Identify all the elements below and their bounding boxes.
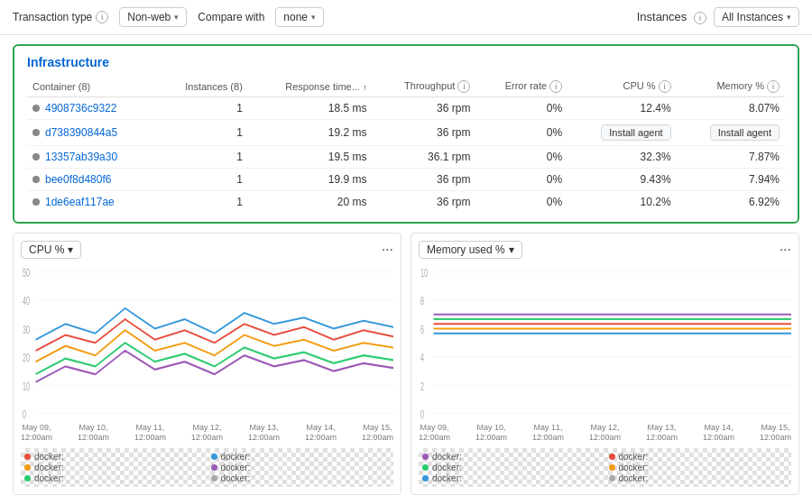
memory-chart-legend: docker: docker: docker: docker: xyxy=(419,448,791,487)
svg-text:0: 0 xyxy=(23,408,26,420)
legend-color-dot xyxy=(422,475,429,481)
memory-cell: 8.07% xyxy=(677,97,785,120)
legend-color-dot xyxy=(211,475,217,481)
memory-chart-svg: 10 8 6 4 2 0 xyxy=(419,264,791,421)
memory-chart-panel: Memory used % ▾ ··· 10 8 6 4 2 0 xyxy=(411,233,799,495)
transaction-type-info-icon[interactable]: i xyxy=(96,11,108,23)
container-column-header: Container (8) xyxy=(27,77,156,97)
memory-chart-area: 10 8 6 4 2 0 xyxy=(419,264,791,421)
chevron-down-icon: ▾ xyxy=(787,13,791,22)
non-web-dropdown[interactable]: Non-web ▾ xyxy=(119,7,187,27)
container-name-cell: d738390844a5 xyxy=(27,120,156,146)
response-time-cell: 19.2 ms xyxy=(248,120,373,146)
compare-with-dropdown[interactable]: none ▾ xyxy=(275,7,324,27)
svg-text:2: 2 xyxy=(420,380,424,392)
error-rate-cell: 0% xyxy=(475,191,567,214)
throughput-cell: 36 rpm xyxy=(372,97,475,120)
response-time-cell: 20 ms xyxy=(248,191,373,214)
cpu-column-header: CPU % i xyxy=(567,77,676,97)
throughput-info-icon[interactable]: i xyxy=(457,80,470,93)
cpu-cell: 10.2% xyxy=(567,191,676,214)
legend-item: docker: xyxy=(609,463,789,472)
legend-item: docker: xyxy=(422,473,602,483)
install-agent-memory-button[interactable]: Install agent xyxy=(710,124,780,141)
transaction-type-label: Transaction type i xyxy=(13,11,108,23)
container-link[interactable]: 1de6eaf117ae xyxy=(32,196,151,208)
cpu-chart-area: 50 40 30 20 10 0 xyxy=(21,264,393,421)
instances-cell: 1 xyxy=(156,97,248,120)
error-rate-cell: 0% xyxy=(475,169,567,191)
svg-text:8: 8 xyxy=(420,295,424,307)
response-time-column-header: Response time... ↑ xyxy=(248,77,373,97)
legend-color-dot xyxy=(24,475,31,481)
table-row: 13357ab39a30 119.5 ms36.1 rpm0%32.3%7.87… xyxy=(27,146,785,169)
throughput-column-header: Throughput i xyxy=(372,77,475,97)
chevron-down-icon: ▾ xyxy=(509,243,514,256)
legend-color-dot xyxy=(24,464,31,471)
chevron-down-icon: ▾ xyxy=(68,243,73,256)
cpu-chart-header: CPU % ▾ ··· xyxy=(21,241,393,259)
cpu-cell: 32.3% xyxy=(567,146,676,169)
cpu-chart-legend: docker: docker: docker: docker: xyxy=(21,448,393,487)
status-dot xyxy=(32,129,40,136)
memory-cell: 7.94% xyxy=(677,169,785,191)
container-link[interactable]: 13357ab39a30 xyxy=(32,151,151,163)
memory-column-header: Memory % i xyxy=(677,77,785,97)
response-time-cell: 19.9 ms xyxy=(248,169,373,191)
svg-text:20: 20 xyxy=(23,352,30,363)
legend-item: docker: xyxy=(422,452,602,462)
memory-info-icon[interactable]: i xyxy=(767,80,780,93)
response-time-cell: 18.5 ms xyxy=(248,97,373,120)
instances-cell: 1 xyxy=(156,169,248,191)
legend-color-dot xyxy=(211,464,217,471)
throughput-cell: 36.1 rpm xyxy=(372,146,475,169)
infrastructure-title: Infrastructure xyxy=(27,55,785,69)
memory-cell: 6.92% xyxy=(677,191,785,214)
cpu-cell: 12.4% xyxy=(567,97,676,120)
instances-cell: 1 xyxy=(156,191,248,214)
instances-header-label: Instances i xyxy=(637,10,706,24)
throughput-cell: 36 rpm xyxy=(372,169,475,191)
status-dot xyxy=(32,198,40,206)
legend-item: docker: xyxy=(609,473,789,483)
svg-text:4: 4 xyxy=(420,352,424,363)
cpu-chart-title-button[interactable]: CPU % ▾ xyxy=(21,241,81,259)
container-id[interactable]: bee0f8d480f6 xyxy=(45,173,111,186)
legend-color-dot xyxy=(211,454,217,460)
container-link[interactable]: bee0f8d480f6 xyxy=(32,173,151,186)
memory-chart-header: Memory used % ▾ ··· xyxy=(419,241,791,259)
container-link[interactable]: d738390844a5 xyxy=(32,126,151,139)
cpu-chart-more-button[interactable]: ··· xyxy=(382,243,393,257)
error-rate-info-icon[interactable]: i xyxy=(549,80,562,93)
container-name-cell: bee0f8d480f6 xyxy=(27,169,156,191)
main-content: Infrastructure Container (8) Instances (… xyxy=(0,35,812,504)
container-id[interactable]: 13357ab39a30 xyxy=(45,151,117,163)
memory-chart-title-button[interactable]: Memory used % ▾ xyxy=(419,241,522,259)
instances-cell: 1 xyxy=(156,146,248,169)
memory-cell: Install agent xyxy=(677,120,785,146)
instances-column-header: Instances (8) xyxy=(156,77,248,97)
table-row: 4908736c9322 118.5 ms36 rpm0%12.4%8.07% xyxy=(27,97,785,120)
all-instances-dropdown[interactable]: All Instances ▾ xyxy=(714,7,799,27)
legend-color-dot xyxy=(609,464,615,471)
instances-info-icon[interactable]: i xyxy=(694,12,706,24)
table-row: d738390844a5 119.2 ms36 rpm0%Install age… xyxy=(27,120,785,146)
sort-icon: ↑ xyxy=(363,83,367,92)
install-agent-cpu-button[interactable]: Install agent xyxy=(601,124,670,141)
memory-chart-more-button[interactable]: ··· xyxy=(780,243,791,257)
container-name-cell: 4908736c9322 xyxy=(27,97,156,120)
cpu-chart-panel: CPU % ▾ ··· 50 40 30 20 10 0 xyxy=(13,233,401,495)
container-id[interactable]: d738390844a5 xyxy=(45,126,117,139)
svg-text:0: 0 xyxy=(420,408,424,420)
memory-x-axis: May 09,12:00am May 10,12:00am May 11,12:… xyxy=(419,421,791,444)
container-link[interactable]: 4908736c9322 xyxy=(32,102,151,115)
response-time-cell: 19.5 ms xyxy=(248,146,373,169)
chevron-down-icon: ▾ xyxy=(311,13,316,22)
container-name-cell: 1de6eaf117ae xyxy=(27,191,156,214)
throughput-cell: 36 rpm xyxy=(372,191,475,214)
container-id[interactable]: 1de6eaf117ae xyxy=(45,196,115,208)
container-id[interactable]: 4908736c9322 xyxy=(45,102,116,115)
svg-text:10: 10 xyxy=(420,267,428,279)
cpu-info-icon[interactable]: i xyxy=(659,80,671,93)
cpu-x-axis: May 09,12:00am May 10,12:00am May 11,12:… xyxy=(21,421,393,444)
